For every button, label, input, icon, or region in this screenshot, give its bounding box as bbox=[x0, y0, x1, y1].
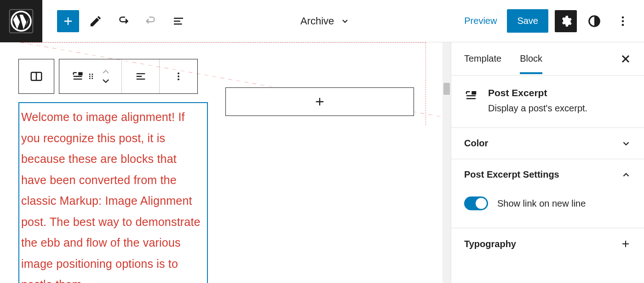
preview-button[interactable]: Preview bbox=[460, 11, 500, 31]
svg-point-13 bbox=[89, 78, 90, 79]
redo-icon bbox=[144, 14, 158, 28]
svg-point-15 bbox=[178, 73, 179, 75]
contrast-icon bbox=[587, 14, 601, 28]
panel-typography[interactable]: Typography bbox=[451, 228, 644, 260]
panel-label: Post Excerpt Settings bbox=[464, 169, 559, 180]
show-link-label: Show link on new line bbox=[497, 198, 586, 209]
wp-logo-button[interactable] bbox=[0, 0, 42, 42]
plus-icon bbox=[620, 238, 631, 249]
tab-block[interactable]: Block bbox=[520, 43, 542, 75]
plus-icon bbox=[62, 15, 75, 28]
svg-point-5 bbox=[622, 23, 624, 26]
drag-handle-icon bbox=[86, 71, 96, 81]
edit-mode-button[interactable] bbox=[85, 10, 107, 32]
svg-point-4 bbox=[622, 20, 624, 22]
styles-button[interactable] bbox=[583, 10, 605, 32]
block-type-button[interactable] bbox=[59, 59, 122, 93]
excerpt-icon bbox=[71, 70, 84, 83]
post-excerpt-block[interactable]: Welcome to image alignment! If you recog… bbox=[18, 102, 208, 283]
close-icon bbox=[620, 53, 631, 64]
svg-point-3 bbox=[622, 16, 624, 18]
editor-canvas[interactable]: Welcome to image alignment! If you recog… bbox=[0, 42, 451, 283]
pencil-icon bbox=[89, 14, 103, 28]
gear-icon bbox=[559, 15, 572, 28]
block-card-title: Post Excerpt bbox=[488, 87, 587, 98]
block-more-button[interactable] bbox=[160, 59, 197, 93]
svg-point-9 bbox=[89, 74, 90, 75]
chevron-down-icon bbox=[102, 78, 110, 84]
chevron-up-icon bbox=[102, 69, 110, 75]
svg-rect-0 bbox=[10, 9, 33, 33]
tab-template[interactable]: Template bbox=[464, 43, 501, 74]
scrollbar-thumb[interactable] bbox=[443, 83, 450, 95]
excerpt-text: Welcome to image alignment! If you recog… bbox=[21, 107, 205, 283]
canvas-scrollbar[interactable] bbox=[443, 42, 451, 283]
undo-button[interactable] bbox=[112, 10, 134, 32]
dots-vertical-icon bbox=[172, 70, 184, 82]
chevron-down-icon bbox=[340, 17, 350, 26]
plus-icon bbox=[313, 95, 326, 108]
header-center[interactable]: Archive bbox=[190, 15, 460, 27]
excerpt-icon bbox=[464, 89, 478, 103]
sidebar-tabs: Template Block bbox=[451, 42, 644, 75]
svg-point-17 bbox=[178, 79, 179, 81]
columns-icon bbox=[29, 69, 43, 83]
wordpress-icon bbox=[8, 8, 34, 34]
dots-vertical-icon bbox=[616, 15, 629, 28]
chevron-down-icon bbox=[621, 139, 631, 149]
list-view-icon bbox=[172, 14, 185, 28]
redo-button[interactable] bbox=[140, 10, 162, 32]
guide-top bbox=[20, 42, 426, 43]
align-button[interactable] bbox=[122, 59, 160, 93]
save-button[interactable]: Save bbox=[507, 9, 548, 33]
show-link-toggle[interactable] bbox=[464, 196, 488, 210]
block-appender[interactable] bbox=[225, 87, 414, 116]
panel-color[interactable]: Color bbox=[451, 128, 644, 159]
header-right-actions: Preview Save bbox=[460, 9, 634, 33]
add-block-button[interactable] bbox=[57, 10, 79, 32]
svg-point-12 bbox=[92, 76, 93, 77]
block-card: Post Excerpt Display a post's excerpt. bbox=[451, 75, 644, 127]
svg-point-10 bbox=[92, 74, 93, 75]
chevron-up-icon bbox=[621, 170, 631, 180]
panel-label: Typography bbox=[464, 239, 516, 249]
align-left-icon bbox=[134, 70, 147, 83]
undo-icon bbox=[116, 14, 130, 28]
block-card-description: Display a post's excerpt. bbox=[488, 103, 587, 114]
more-options-button[interactable] bbox=[612, 10, 634, 32]
svg-point-16 bbox=[178, 75, 179, 77]
close-sidebar-button[interactable] bbox=[620, 53, 631, 64]
list-view-button[interactable] bbox=[167, 10, 190, 32]
svg-point-14 bbox=[92, 78, 93, 79]
panel-label: Color bbox=[464, 138, 488, 149]
parent-block-button[interactable] bbox=[18, 59, 54, 94]
settings-sidebar: Template Block Post Excerpt Display a po… bbox=[451, 42, 644, 283]
panel-excerpt-settings[interactable]: Post Excerpt Settings bbox=[451, 159, 644, 190]
settings-button[interactable] bbox=[555, 10, 577, 32]
header-left-tools bbox=[57, 10, 190, 32]
panel-excerpt-settings-body: Show link on new line bbox=[451, 190, 644, 228]
svg-point-11 bbox=[89, 76, 90, 77]
editor-header: Archive Preview Save bbox=[0, 0, 644, 42]
document-title: Archive bbox=[300, 15, 334, 27]
block-mover[interactable] bbox=[102, 69, 110, 84]
